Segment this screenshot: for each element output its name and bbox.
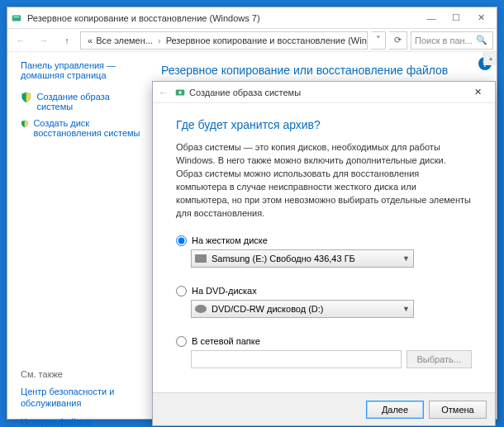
refresh-button[interactable]: ⟳ (389, 31, 407, 50)
search-icon: 🔍 (476, 35, 487, 45)
dialog-description: Образ системы — это копия дисков, необхо… (176, 141, 472, 221)
dialog-footer: Далее Отмена (153, 392, 495, 425)
titlebar: Резервное копирование и восстановление (… (7, 7, 497, 29)
next-button[interactable]: Далее (366, 401, 424, 419)
dialog-close-button[interactable]: ✕ (465, 84, 490, 101)
svg-rect-1 (14, 17, 20, 17)
backup-icon (11, 12, 22, 24)
radio-hard-disk[interactable] (176, 235, 187, 246)
chevron-down-icon: ▼ (402, 305, 410, 313)
file-history-link[interactable]: История файлов (21, 416, 145, 427)
crumb-current[interactable]: Резервное копирование и восстановление (… (166, 36, 368, 45)
chevron-down-icon: ▼ (402, 254, 410, 263)
shield-icon (21, 92, 32, 103)
sidebar: Панель управления — домашняя страница Со… (7, 52, 151, 419)
maximize-button[interactable]: ☐ (444, 10, 468, 26)
addr-dropdown-button[interactable]: ˅ (371, 31, 386, 50)
network-path-input (191, 350, 402, 368)
backup-icon (174, 87, 186, 98)
svg-rect-0 (12, 15, 21, 21)
option-hard-disk: На жестком диске Samsung (E:) Свободно 4… (176, 235, 472, 268)
page-title: Резервное копирование или восстановление… (161, 64, 487, 77)
minimize-button[interactable]: — (419, 10, 444, 26)
hard-disk-selected: Samsung (E:) Свободно 436,43 ГБ (212, 254, 397, 263)
scroll-up-button[interactable]: ▴ (483, 52, 497, 65)
security-center-link[interactable]: Центр безопасности и обслуживания (21, 386, 145, 410)
option-dvd: На DVD-дисках DVD/CD-RW дисковод (D:) ▼ (176, 286, 472, 318)
addressbar: ← → ↑ « Все элемен... › Резервное копиро… (7, 29, 497, 52)
nav-forward-button[interactable]: → (34, 31, 54, 50)
hard-disk-select[interactable]: Samsung (E:) Свободно 436,43 ГБ ▼ (191, 249, 414, 268)
see-also-label: См. также (21, 369, 145, 379)
search-input[interactable]: Поиск в пан... 🔍 (411, 31, 493, 50)
chevron-right-icon: › (158, 36, 161, 45)
browse-button: Выбрать... (407, 350, 472, 368)
sidebar-create-image-link[interactable]: Создание образа системы (37, 92, 145, 111)
close-button[interactable]: ✕ (468, 10, 493, 26)
breadcrumb[interactable]: « Все элемен... › Резервное копирование … (80, 31, 368, 50)
svg-point-4 (178, 91, 182, 94)
crumb-root: « (88, 36, 93, 45)
cancel-button[interactable]: Отмена (429, 401, 487, 419)
radio-dvd[interactable] (176, 286, 187, 297)
sidebar-create-disc-link[interactable]: Создать диск восстановления системы (33, 118, 145, 138)
crumb-all[interactable]: Все элемен... (96, 36, 153, 45)
dialog-heading: Где будет хранится архив? (176, 118, 472, 131)
radio-network-label[interactable]: В сетевой папке (192, 336, 260, 346)
radio-network[interactable] (176, 336, 187, 347)
dialog-title: Создание образа системы (189, 88, 301, 97)
dialog-back-button[interactable]: ← (158, 86, 169, 99)
nav-up-button[interactable]: ↑ (57, 31, 77, 50)
dvd-select[interactable]: DVD/CD-RW дисковод (D:) ▼ (191, 300, 414, 318)
create-system-image-dialog: ← Создание образа системы ✕ Где будет хр… (152, 81, 496, 426)
option-network: В сетевой папке Выбрать... (176, 336, 472, 368)
window-title: Резервное копирование и восстановление (… (27, 13, 419, 23)
radio-hard-disk-label[interactable]: На жестком диске (192, 235, 268, 245)
dialog-titlebar: ← Создание образа системы ✕ (153, 82, 495, 103)
control-panel-home-link[interactable]: Панель управления — домашняя страница (21, 60, 145, 80)
shield-icon (21, 118, 28, 130)
disc-icon (195, 305, 207, 313)
drive-icon (195, 254, 207, 263)
nav-back-button[interactable]: ← (11, 31, 31, 50)
radio-dvd-label[interactable]: На DVD-дисках (192, 286, 257, 296)
dvd-selected: DVD/CD-RW дисковод (D:) (212, 304, 397, 314)
search-placeholder: Поиск в пан... (415, 36, 473, 45)
